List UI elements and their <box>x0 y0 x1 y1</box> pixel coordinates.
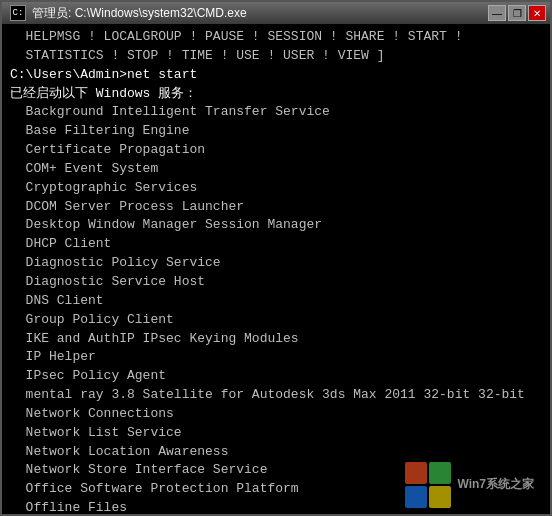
terminal-line: COM+ Event System <box>10 160 542 179</box>
terminal-line: DCOM Server Process Launcher <box>10 198 542 217</box>
terminal-line: Network Connections <box>10 405 542 424</box>
restore-button[interactable]: ❐ <box>508 5 526 21</box>
window-title: 管理员: C:\Windows\system32\CMD.exe <box>32 5 247 22</box>
title-buttons: — ❐ ✕ <box>488 5 546 21</box>
terminal-line: DHCP Client <box>10 235 542 254</box>
title-bar: C: 管理员: C:\Windows\system32\CMD.exe — ❐ … <box>2 2 550 24</box>
terminal-line: Background Intelligent Transfer Service <box>10 103 542 122</box>
svg-rect-1 <box>429 462 451 484</box>
terminal-lines: HELPMSG ! LOCALGROUP ! PAUSE ! SESSION !… <box>10 28 542 514</box>
terminal-line: DNS Client <box>10 292 542 311</box>
terminal-line: IKE and AuthIP IPsec Keying Modules <box>10 330 542 349</box>
watermark: Win7系统之家 <box>403 460 534 510</box>
terminal-line: Diagnostic Service Host <box>10 273 542 292</box>
terminal-line: HELPMSG ! LOCALGROUP ! PAUSE ! SESSION !… <box>10 28 542 47</box>
terminal-line: STATISTICS ! STOP ! TIME ! USE ! USER ! … <box>10 47 542 66</box>
terminal-line: 已经启动以下 Windows 服务： <box>10 85 542 104</box>
watermark-text: Win7系统之家 <box>457 477 534 493</box>
terminal-line: Group Policy Client <box>10 311 542 330</box>
close-button[interactable]: ✕ <box>528 5 546 21</box>
cmd-icon: C: <box>10 5 26 21</box>
terminal-line: Cryptographic Services <box>10 179 542 198</box>
terminal-line: mental ray 3.8 Satellite for Autodesk 3d… <box>10 386 542 405</box>
svg-rect-3 <box>429 486 451 508</box>
terminal-line: Certificate Propagation <box>10 141 542 160</box>
terminal-line: IP Helper <box>10 348 542 367</box>
win7-logo <box>403 460 453 510</box>
cmd-window: C: 管理员: C:\Windows\system32\CMD.exe — ❐ … <box>0 0 552 516</box>
terminal-line: Base Filtering Engine <box>10 122 542 141</box>
terminal-content: HELPMSG ! LOCALGROUP ! PAUSE ! SESSION !… <box>2 24 550 514</box>
terminal-line: Diagnostic Policy Service <box>10 254 542 273</box>
minimize-button[interactable]: — <box>488 5 506 21</box>
terminal-inner: HELPMSG ! LOCALGROUP ! PAUSE ! SESSION !… <box>10 28 542 510</box>
svg-rect-2 <box>405 486 427 508</box>
title-bar-left: C: 管理员: C:\Windows\system32\CMD.exe <box>10 5 247 22</box>
terminal-line: Network List Service <box>10 424 542 443</box>
svg-rect-0 <box>405 462 427 484</box>
terminal-line: C:\Users\Admin>net start <box>10 66 542 85</box>
terminal-line: IPsec Policy Agent <box>10 367 542 386</box>
terminal-line: Desktop Window Manager Session Manager <box>10 216 542 235</box>
terminal-line: Network Location Awareness <box>10 443 542 462</box>
